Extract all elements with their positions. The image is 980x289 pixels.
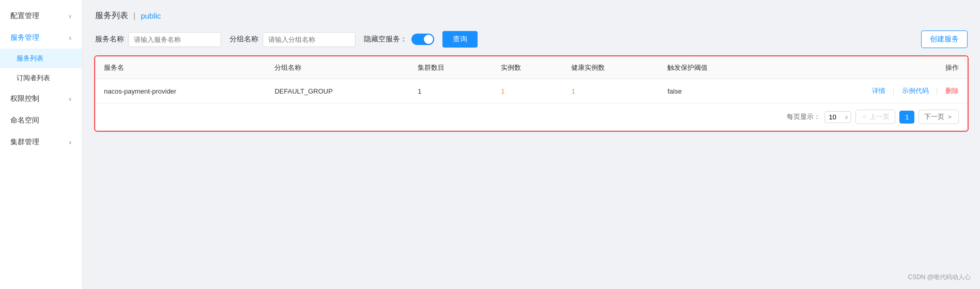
create-service-button[interactable]: 创建服务 bbox=[921, 31, 968, 48]
col-actions: 操作 bbox=[768, 57, 967, 79]
per-page-label: 每页显示： bbox=[787, 112, 820, 121]
table-header-row: 服务名 分组名称 集群数目 实例数 健康实例数 触发保护阈值 操作 bbox=[96, 57, 967, 79]
example-code-link[interactable]: 示例代码 bbox=[902, 87, 929, 95]
pagination: 每页显示： 10 20 50 100 ＜ 上一页 1 下一页 ＞ bbox=[96, 103, 967, 130]
group-name-label: 分组名称 bbox=[229, 35, 258, 44]
service-table-container: 服务名 分组名称 集群数目 实例数 健康实例数 触发保护阈值 操作 nacos-… bbox=[95, 56, 968, 131]
delete-link[interactable]: 删除 bbox=[945, 87, 959, 95]
per-page-select[interactable]: 10 20 50 100 bbox=[824, 111, 851, 123]
cell-threshold: false bbox=[659, 79, 768, 103]
col-service-name: 服务名 bbox=[96, 57, 266, 79]
cell-group-name: DEFAULT_GROUP bbox=[266, 79, 409, 103]
query-button[interactable]: 查询 bbox=[442, 31, 478, 48]
hide-empty-toggle[interactable] bbox=[411, 34, 434, 45]
table-row: nacos-payment-provider DEFAULT_GROUP 1 1… bbox=[96, 79, 967, 103]
chevron-down-icon: ∨ bbox=[68, 13, 72, 19]
hide-empty-label: 隐藏空服务： bbox=[364, 35, 407, 44]
cell-service-name: nacos-payment-provider bbox=[96, 79, 266, 103]
chevron-up-icon: ∧ bbox=[68, 35, 72, 41]
hide-empty-toggle-group: 隐藏空服务： bbox=[364, 34, 434, 45]
sidebar-item-subscriber-list[interactable]: 订阅者列表 bbox=[0, 68, 82, 88]
service-name-filter: 服务名称 bbox=[95, 32, 221, 47]
prev-page-button[interactable]: ＜ 上一页 bbox=[855, 110, 896, 124]
col-cluster-count: 集群数目 bbox=[409, 57, 493, 79]
sidebar-item-service-list[interactable]: 服务列表 bbox=[0, 49, 82, 68]
service-name-input[interactable] bbox=[128, 32, 221, 47]
sidebar-item-permission[interactable]: 权限控制 ∨ bbox=[0, 88, 82, 110]
next-page-button[interactable]: 下一页 ＞ bbox=[918, 110, 959, 124]
sidebar-item-namespace[interactable]: 命名空间 bbox=[0, 110, 82, 131]
detail-link[interactable]: 详情 bbox=[872, 87, 885, 95]
namespace-tag: public bbox=[141, 11, 161, 20]
action-separator-1: ｜ bbox=[890, 87, 897, 95]
col-healthy-count: 健康实例数 bbox=[563, 57, 659, 79]
filter-bar: 服务名称 分组名称 隐藏空服务： 查询 创建服务 bbox=[95, 31, 968, 48]
main-content: 服务列表 | public 服务名称 分组名称 隐藏空服务： 查询 创建服务 服… bbox=[83, 0, 980, 289]
cell-actions: 详情 ｜ 示例代码 ｜ 删除 bbox=[768, 79, 967, 103]
separator: | bbox=[133, 11, 135, 21]
sidebar-item-cluster[interactable]: 集群管理 ∨ bbox=[0, 131, 82, 153]
col-group-name: 分组名称 bbox=[266, 57, 409, 79]
sidebar: 配置管理 ∨ 服务管理 ∧ 服务列表 订阅者列表 权限控制 ∨ 命名空间 集群管… bbox=[0, 0, 83, 289]
col-instance-count: 实例数 bbox=[493, 57, 563, 79]
watermark: CSDN @唯代码动人心 bbox=[908, 273, 971, 282]
cell-cluster-count: 1 bbox=[409, 79, 493, 103]
page-header: 服务列表 | public bbox=[95, 10, 968, 21]
page-title: 服务列表 bbox=[95, 10, 128, 21]
service-name-label: 服务名称 bbox=[95, 35, 124, 44]
cell-healthy-count: 1 bbox=[563, 79, 659, 103]
group-name-input[interactable] bbox=[263, 32, 356, 47]
chevron-down-icon-2: ∨ bbox=[68, 96, 72, 102]
col-threshold: 触发保护阈值 bbox=[659, 57, 768, 79]
sidebar-item-service[interactable]: 服务管理 ∧ bbox=[0, 27, 82, 49]
page-1-button[interactable]: 1 bbox=[899, 111, 914, 124]
sidebar-item-config[interactable]: 配置管理 ∨ bbox=[0, 5, 82, 27]
per-page-select-wrapper: 10 20 50 100 bbox=[824, 111, 851, 123]
cell-instance-count: 1 bbox=[493, 79, 563, 103]
action-separator-2: ｜ bbox=[933, 87, 940, 95]
group-name-filter: 分组名称 bbox=[229, 32, 356, 47]
chevron-down-icon-3: ∨ bbox=[68, 140, 72, 145]
service-table: 服务名 分组名称 集群数目 实例数 健康实例数 触发保护阈值 操作 nacos-… bbox=[96, 57, 967, 103]
